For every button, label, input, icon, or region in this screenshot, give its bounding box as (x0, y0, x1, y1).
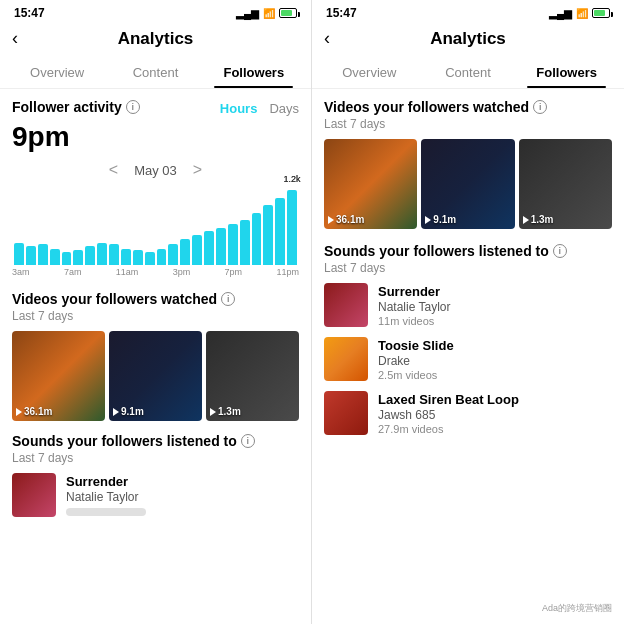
status-icons-left: ▂▄▆ 📶 (236, 8, 297, 19)
video-thumb-3-right[interactable]: 1.3m (519, 139, 612, 229)
sound-title-1-right: Surrender (378, 284, 612, 299)
nav-bar-right: ‹ Analytics (312, 24, 624, 57)
bar-chart: 1.2k (12, 185, 299, 265)
tab-followers-right[interactable]: Followers (517, 57, 616, 88)
play-icon-r2 (425, 216, 431, 224)
time-right: 15:47 (326, 6, 357, 20)
chart-nav: < May 03 > (12, 161, 299, 179)
content-left: Follower activity i Hours Days 9pm < May… (0, 89, 311, 624)
play-icon-1 (16, 408, 22, 416)
video-count-2-left: 9.1m (113, 406, 144, 417)
sound-item-3-right: Laxed Siren Beat Loop Jawsh 685 27.9m vi… (324, 391, 612, 435)
sound-list-left: Surrender Natalie Taylor (12, 473, 299, 517)
info-icon-videos-left[interactable]: i (221, 292, 235, 306)
status-icons-right: ▂▄▆ 📶 (549, 8, 610, 19)
chart-next[interactable]: > (193, 161, 202, 179)
sound-artist-1-right: Natalie Taylor (378, 300, 612, 314)
video-thumb-2-left[interactable]: 9.1m (109, 331, 202, 421)
sound-item-1-right: Surrender Natalie Taylor 11m videos (324, 283, 612, 327)
sound-item-2-right: Toosie Slide Drake 2.5m videos (324, 337, 612, 381)
back-button-right[interactable]: ‹ (324, 28, 330, 49)
toggle-days[interactable]: Days (269, 101, 299, 116)
videos-watched-title-left: Videos your followers watched i (12, 291, 299, 307)
video-thumbnails-left: 36.1m 9.1m 1.3m (12, 331, 299, 421)
play-icon-3 (210, 408, 216, 416)
sound-videos-2-right: 2.5m videos (378, 369, 612, 381)
watermark: Ada的跨境营销圈 (538, 601, 616, 616)
tab-content-right[interactable]: Content (419, 57, 518, 88)
sound-title-1-left: Surrender (66, 474, 299, 489)
sound-title-3-right: Laxed Siren Beat Loop (378, 392, 612, 407)
follower-activity-section: Follower activity i Hours Days 9pm < May… (12, 99, 299, 279)
tabs-right: Overview Content Followers (312, 57, 624, 89)
play-icon-r3 (523, 216, 529, 224)
play-icon-2 (113, 408, 119, 416)
right-panel: 15:47 ▂▄▆ 📶 ‹ Analytics Overview Content… (312, 0, 624, 624)
chart-prev[interactable]: < (109, 161, 118, 179)
sounds-title-right: Sounds your followers listened to i (324, 243, 612, 259)
videos-watched-section-right: Videos your followers watched i Last 7 d… (324, 99, 612, 229)
sounds-period-left: Last 7 days (12, 451, 299, 465)
video-thumbnails-right: 36.1m 9.1m 1.3m (324, 139, 612, 229)
sound-thumb-toosie-right (324, 337, 368, 381)
sound-title-2-right: Toosie Slide (378, 338, 612, 353)
nav-title-right: Analytics (430, 29, 506, 49)
sound-videos-3-right: 27.9m videos (378, 423, 612, 435)
sound-item-1-left: Surrender Natalie Taylor (12, 473, 299, 517)
info-icon-videos-right[interactable]: i (533, 100, 547, 114)
back-button-left[interactable]: ‹ (12, 28, 18, 49)
video-thumb-1-left[interactable]: 36.1m (12, 331, 105, 421)
status-bar-right: 15:47 ▂▄▆ 📶 (312, 0, 624, 24)
video-count-1-right: 36.1m (328, 214, 364, 225)
battery-icon (279, 8, 297, 18)
tab-overview-right[interactable]: Overview (320, 57, 419, 88)
nav-bar-left: ‹ Analytics (0, 24, 311, 57)
sound-info-2-right: Toosie Slide Drake 2.5m videos (378, 338, 612, 381)
signal-icon-right: ▂▄▆ (549, 8, 572, 19)
sound-artist-2-right: Drake (378, 354, 612, 368)
chart-date: May 03 (134, 163, 177, 178)
sound-list-right: Surrender Natalie Taylor 11m videos Toos… (324, 283, 612, 435)
sounds-title-left: Sounds your followers listened to i (12, 433, 299, 449)
wifi-icon-right: 📶 (576, 8, 588, 19)
tab-overview-left[interactable]: Overview (8, 57, 106, 88)
content-right: Videos your followers watched i Last 7 d… (312, 89, 624, 624)
play-icon-r1 (328, 216, 334, 224)
tab-followers-left[interactable]: Followers (205, 57, 303, 88)
sound-info-1-right: Surrender Natalie Taylor 11m videos (378, 284, 612, 327)
videos-period-left: Last 7 days (12, 309, 299, 323)
sounds-period-right: Last 7 days (324, 261, 612, 275)
sounds-section-right: Sounds your followers listened to i Last… (324, 243, 612, 435)
sounds-section-left: Sounds your followers listened to i Last… (12, 433, 299, 517)
videos-watched-title-right: Videos your followers watched i (324, 99, 612, 115)
time-left: 15:47 (14, 6, 45, 20)
video-thumb-1-right[interactable]: 36.1m (324, 139, 417, 229)
info-icon-activity[interactable]: i (126, 100, 140, 114)
status-bar-left: 15:47 ▂▄▆ 📶 (0, 0, 311, 24)
video-count-2-right: 9.1m (425, 214, 456, 225)
tabs-left: Overview Content Followers (0, 57, 311, 89)
wifi-icon: 📶 (263, 8, 275, 19)
info-icon-sounds-left[interactable]: i (241, 434, 255, 448)
bar-chart-container: 1.2k 3am 7am 11am 3pm 7pm 11pm (12, 185, 299, 279)
tab-content-left[interactable]: Content (106, 57, 204, 88)
info-icon-sounds-right[interactable]: i (553, 244, 567, 258)
left-panel: 15:47 ▂▄▆ 📶 ‹ Analytics Overview Content… (0, 0, 312, 624)
sound-artist-3-right: Jawsh 685 (378, 408, 612, 422)
video-thumb-3-left[interactable]: 1.3m (206, 331, 299, 421)
sound-thumb-surrender-right (324, 283, 368, 327)
follower-activity-title: Follower activity i (12, 99, 140, 115)
toggle-buttons: Hours Days (220, 101, 299, 116)
sound-info-3-right: Laxed Siren Beat Loop Jawsh 685 27.9m vi… (378, 392, 612, 435)
videos-period-right: Last 7 days (324, 117, 612, 131)
sound-thumb-laxed-right (324, 391, 368, 435)
sound-videos-1-right: 11m videos (378, 315, 612, 327)
video-thumb-2-right[interactable]: 9.1m (421, 139, 514, 229)
chart-labels: 3am 7am 11am 3pm 7pm 11pm (12, 265, 299, 279)
sound-artist-1-left: Natalie Taylor (66, 490, 299, 504)
toggle-hours[interactable]: Hours (220, 101, 258, 116)
nav-title-left: Analytics (118, 29, 194, 49)
sound-info-1-left: Surrender Natalie Taylor (66, 474, 299, 516)
follower-activity-header: Follower activity i Hours Days (12, 99, 299, 117)
sound-bar-left (66, 508, 146, 516)
